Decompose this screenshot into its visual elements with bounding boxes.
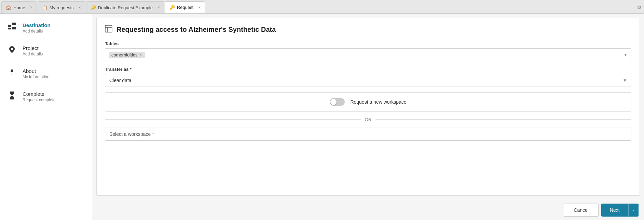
or-line-right [375, 119, 631, 120]
tab-duplicate-request[interactable]: 🔑 Duplicate Request Example × [86, 1, 164, 13]
cancel-button[interactable]: Cancel [564, 204, 599, 217]
svg-rect-7 [105, 25, 112, 32]
project-title: Project [23, 45, 43, 51]
sidebar: Destination Add details Project Add deta… [0, 14, 92, 220]
transfer-as-section: Transfer as * Clear data ▼ [105, 67, 631, 87]
complete-title: Complete [23, 91, 56, 97]
transfer-as-select[interactable]: Clear data ▼ [105, 74, 631, 87]
complete-text: Complete Request complete [23, 91, 56, 102]
sidebar-item-complete[interactable]: Complete Request complete [0, 85, 92, 108]
select-workspace[interactable]: Select a workspace * [105, 128, 631, 141]
tag-comorbidities-close[interactable]: × [140, 52, 142, 57]
workspace-toggle[interactable] [330, 98, 345, 106]
sidebar-item-project[interactable]: Project Add details [0, 39, 92, 62]
destination-subtitle: Add details [23, 29, 51, 34]
about-text: About My information [23, 68, 50, 79]
page-title-row: Requesting access to Alzheimer's Synthet… [105, 25, 631, 34]
svg-point-4 [11, 48, 13, 50]
or-divider: OR [105, 117, 631, 122]
table-icon [105, 25, 112, 34]
transfer-as-label: Transfer as * [105, 67, 631, 72]
svg-rect-6 [12, 73, 12, 75]
footer: Cancel Next › [92, 200, 644, 220]
toggle-knob [330, 99, 337, 105]
or-text: OR [365, 117, 372, 122]
tab-request[interactable]: 🔑 Request × [165, 1, 205, 13]
main-layout: Destination Add details Project Add deta… [0, 14, 644, 220]
my-requests-icon: 📋 [42, 5, 47, 10]
svg-rect-1 [12, 23, 16, 25]
window-controls: ⧉ [638, 1, 644, 13]
project-icon [7, 45, 17, 56]
next-button-group: Next › [601, 204, 639, 217]
tag-comorbidities-label: comorbidities [111, 52, 138, 57]
workspace-label: Select a workspace * [109, 131, 154, 137]
transfer-as-value: Clear data [109, 78, 132, 83]
tab-home-close[interactable]: × [30, 5, 32, 10]
tab-duplicate-request-close[interactable]: × [157, 5, 160, 10]
project-text: Project Add details [23, 45, 43, 56]
tab-bar: 🏠 Home × 📋 My requests × 🔑 Duplicate Req… [0, 0, 644, 14]
next-chevron-button[interactable]: › [628, 204, 639, 217]
home-icon: 🏠 [6, 5, 11, 10]
about-subtitle: My information [23, 75, 50, 79]
tables-tags: comorbidities × [109, 52, 621, 58]
content-area: Requesting access to Alzheimer's Synthet… [92, 14, 644, 200]
tab-my-requests-close[interactable]: × [79, 5, 81, 10]
project-subtitle: Add details [23, 52, 43, 56]
transfer-as-chevron-icon: ▼ [623, 78, 627, 83]
svg-rect-0 [8, 25, 11, 27]
tag-comorbidities: comorbidities × [109, 52, 145, 58]
tables-multiselect[interactable]: comorbidities × ▼ [105, 48, 631, 61]
complete-icon [7, 91, 17, 102]
next-button[interactable]: Next [601, 204, 628, 217]
or-line-left [105, 119, 361, 120]
tab-home[interactable]: 🏠 Home × [1, 1, 37, 13]
svg-point-5 [11, 69, 13, 72]
tab-duplicate-request-label: Duplicate Request Example [98, 5, 153, 10]
tab-request-label: Request [177, 5, 193, 10]
sidebar-item-destination[interactable]: Destination Add details [0, 16, 92, 39]
tables-section: Tables comorbidities × ▼ [105, 41, 631, 61]
tab-home-label: Home [13, 5, 25, 10]
content-inner: Requesting access to Alzheimer's Synthet… [96, 18, 640, 196]
tab-my-requests[interactable]: 📋 My requests × [38, 1, 85, 13]
about-icon [7, 68, 17, 79]
request-icon: 🔑 [169, 5, 175, 10]
page-title: Requesting access to Alzheimer's Synthet… [117, 26, 276, 34]
destination-text: Destination Add details [23, 22, 51, 34]
toggle-label: Request a new workspace [350, 99, 406, 105]
tab-request-close[interactable]: × [198, 5, 201, 10]
destination-title: Destination [23, 22, 51, 28]
toggle-section: Request a new workspace [105, 92, 631, 112]
tables-label: Tables [105, 41, 631, 46]
restore-icon[interactable]: ⧉ [638, 4, 641, 11]
tab-my-requests-label: My requests [50, 5, 74, 10]
sidebar-item-about[interactable]: About My information [0, 62, 92, 85]
destination-icon [7, 22, 17, 34]
duplicate-request-icon: 🔑 [91, 5, 96, 10]
svg-rect-2 [12, 27, 16, 29]
tables-chevron-icon: ▼ [624, 52, 628, 57]
svg-rect-3 [8, 28, 11, 29]
about-title: About [23, 68, 50, 74]
complete-subtitle: Request complete [23, 98, 56, 102]
